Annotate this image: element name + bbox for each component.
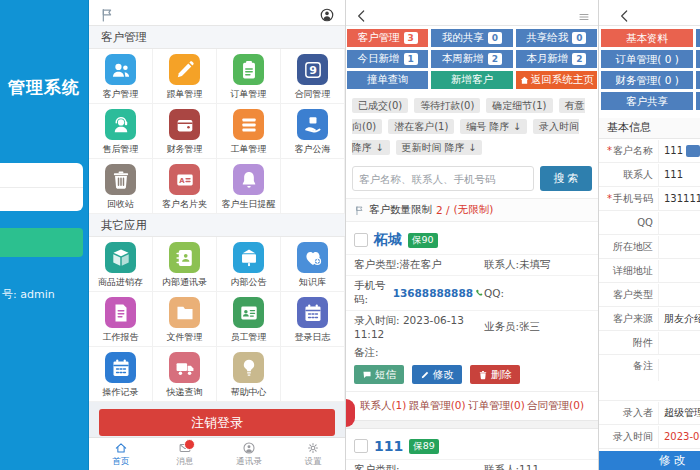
filter-chip[interactable]: 已成交(0)	[352, 98, 408, 113]
删除-button[interactable]: 删除	[470, 365, 520, 384]
app-tile-客户名片夹[interactable]: A 客户名片夹	[153, 159, 217, 214]
related-link[interactable]: 联系人(1)	[360, 399, 406, 413]
app-tile-内部通讯录[interactable]: 内部通讯录	[153, 237, 217, 292]
field-value	[658, 212, 700, 234]
field-value: 超级管理员	[658, 402, 700, 424]
detail-menu-基本资料[interactable]: 基本资料	[601, 29, 693, 47]
filter-chip[interactable]: 等待打款(0)	[414, 98, 480, 113]
field-value: 朋友介绍	[658, 308, 700, 330]
search-button[interactable]: 搜 索	[540, 166, 592, 191]
customer-name[interactable]: 柘城	[374, 231, 402, 249]
tab-设置[interactable]: 设置	[281, 438, 345, 470]
addressbook-icon	[174, 247, 196, 269]
customer-checkbox[interactable]	[354, 439, 368, 453]
nav-新增客户[interactable]: 新增客户	[431, 71, 512, 89]
filter-chip[interactable]: 确定细节(1)	[486, 98, 552, 113]
password-field[interactable]	[0, 188, 83, 212]
related-link[interactable]: 订单管理(0)	[468, 399, 525, 413]
svg-text:A: A	[179, 176, 185, 184]
detail-menu-secondary[interactable]	[696, 71, 700, 89]
nav-共享给我[interactable]: 共享给我 0	[516, 29, 597, 47]
nav-客户管理[interactable]: 客户管理 3	[347, 29, 428, 47]
field-row-QQ: QQ	[599, 211, 700, 235]
pencils-icon	[420, 370, 430, 380]
phone-icon	[475, 287, 484, 299]
count-badge: 1	[404, 53, 418, 65]
search-input[interactable]	[352, 166, 534, 191]
field-row-备注: 备注	[599, 355, 700, 401]
nav-本周新增[interactable]: 本周新增 2	[431, 50, 512, 68]
filter-chip[interactable]: 更新时间 降序 ↓	[396, 140, 483, 155]
related-link[interactable]: 合同管理(0)	[527, 399, 584, 413]
login-button[interactable]	[0, 228, 83, 257]
短信-button[interactable]: 短信	[354, 365, 404, 384]
app-tile-财务管理[interactable]: 财务管理	[153, 104, 217, 159]
app-tile-登录日志[interactable]: 登录日志	[281, 292, 345, 347]
app-tile-回收站[interactable]: 回收站	[89, 159, 153, 214]
app-tile-操作记录[interactable]: 操作记录	[89, 347, 153, 402]
app-tile-员工管理[interactable]: 员工管理	[217, 292, 281, 347]
related-link[interactable]: 跟单管理(0)	[409, 399, 466, 413]
customer-type: 客户类型:	[354, 463, 484, 470]
tab-label: 首页	[113, 456, 130, 468]
contact-icon	[242, 441, 256, 455]
app-label: 订单管理	[231, 88, 267, 101]
clipboard-icon	[238, 59, 260, 81]
tab-消息[interactable]: 消息	[153, 438, 217, 470]
app-tile-工作报告[interactable]: 工作报告	[89, 292, 153, 347]
app-tile-客户公海[interactable]: 客户公海	[281, 104, 345, 159]
tab-首页[interactable]: 首页	[89, 438, 153, 470]
back-icon[interactable]	[354, 5, 370, 21]
app-tile-售后管理[interactable]: 售后管理	[89, 104, 153, 159]
app-tile-内部公告[interactable]: 内部公告	[217, 237, 281, 292]
nav-撞单查询[interactable]: 撞单查询	[347, 71, 428, 89]
customer-checkbox[interactable]	[354, 233, 368, 247]
username-field[interactable]	[0, 163, 83, 188]
customer-limit-note: 客户数量限制 2 / (无限制)	[346, 198, 598, 222]
handbox-icon	[302, 114, 324, 136]
detail-menu-财务管理( 0 )[interactable]: 财务管理( 0 )	[601, 71, 693, 89]
修改-button[interactable]: 修改	[412, 365, 462, 384]
list-icon	[238, 114, 260, 136]
app-tile-快递查询[interactable]: 快递查询	[153, 347, 217, 402]
detail-menu-secondary[interactable]	[696, 50, 700, 68]
trashs-icon	[478, 370, 488, 380]
logout-button[interactable]: 注销登录	[99, 409, 335, 436]
profile-icon[interactable]	[319, 4, 335, 20]
customer-name[interactable]: 111	[374, 438, 403, 454]
save-button[interactable]: 修 改	[599, 451, 700, 470]
app-tile-客户生日提醒[interactable]: 客户生日提醒	[217, 159, 281, 214]
field-value	[658, 359, 700, 381]
nav-返回系统主页[interactable]: 返回系统主页	[516, 71, 597, 89]
detail-menu-secondary[interactable]	[696, 92, 700, 110]
detail-menu-客户共享[interactable]: 客户共享	[601, 92, 693, 110]
app-tile-工单管理[interactable]: 工单管理	[217, 104, 281, 159]
customer-card: 111 保89 客户类型:联系人:111 手机号码: 13111111112QQ…	[346, 429, 598, 470]
app-tile-商品进销存[interactable]: 商品进销存	[89, 237, 153, 292]
home-header	[89, 0, 345, 26]
detail-menu-订单管理( 0 )[interactable]: 订单管理( 0 )	[601, 50, 693, 68]
namecard-icon: A	[174, 169, 196, 191]
back-icon[interactable]	[617, 5, 633, 21]
nav-今日新增[interactable]: 今日新增 1	[347, 50, 428, 68]
nav-本月新增[interactable]: 本月新增 2	[516, 50, 597, 68]
filter-chip[interactable]: 潜在客户(1)	[388, 119, 454, 134]
app-tile-知识库[interactable]: 知识库	[281, 237, 345, 292]
app-tile-文件管理[interactable]: 文件管理	[153, 292, 217, 347]
app-tile-客户管理[interactable]: 客户管理	[89, 49, 153, 104]
app-tile-帮助中心[interactable]: 帮助中心	[217, 347, 281, 402]
app-tile-合同管理[interactable]: 9 合同管理	[281, 49, 345, 104]
nav-我的共享[interactable]: 我的共享 0	[431, 29, 512, 47]
app-tile-跟单管理[interactable]: 跟单管理	[153, 49, 217, 104]
app-tile-订单管理[interactable]: 订单管理	[217, 49, 281, 104]
idcard-icon	[238, 302, 260, 324]
chevron-icon	[354, 8, 370, 24]
field-value	[658, 236, 700, 258]
headset-icon	[110, 114, 132, 136]
tab-通讯录[interactable]: 通讯录	[217, 438, 281, 470]
bulb-icon	[238, 357, 260, 379]
menu-icon[interactable]	[578, 6, 590, 18]
detail-menu-secondary[interactable]	[696, 29, 700, 47]
filter-chip[interactable]: 编号 降序 ↓	[460, 119, 527, 134]
customer-list-screen: 客户管理 3 我的共享 0 共享给我 0 今日新增 1 本周新增 2 本月新增 …	[345, 0, 598, 470]
